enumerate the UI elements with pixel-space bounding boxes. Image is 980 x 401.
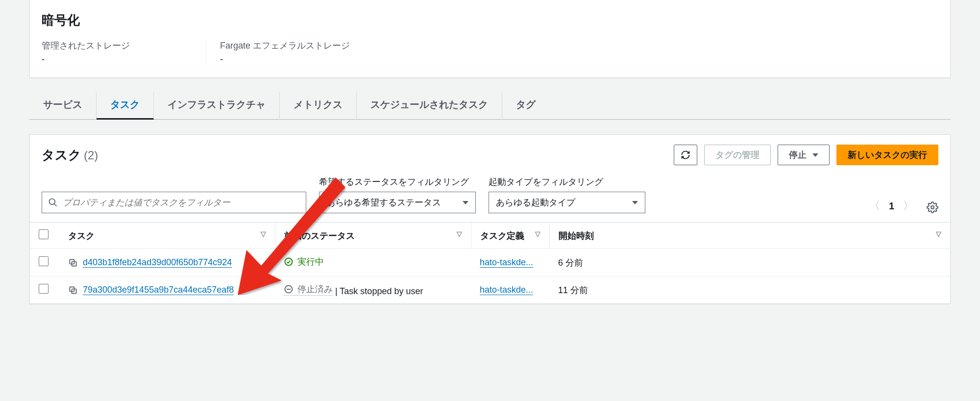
launch-type-value: あらゆる起動タイプ [496,197,575,208]
managed-storage-label: 管理されたストレージ [42,40,176,51]
chevron-down-icon [812,153,818,157]
tab-tasks[interactable]: タスク [97,92,154,120]
task-definition-link[interactable]: hato-taskde... [480,257,533,268]
svg-point-2 [931,206,934,209]
settings-icon[interactable] [927,201,938,213]
encryption-panel: 暗号化 管理されたストレージ - Fargate エフェメラルストレージ - [29,0,951,78]
search-input[interactable] [63,198,300,208]
refresh-button[interactable] [674,145,697,165]
tasks-table: タスク ▽ 前回のステータス ▽ タスク定義 ▽ 開始時刻 ▽ [30,222,950,303]
task-link[interactable]: d403b1f8feb24ad39d00f650b774c924 [83,257,232,268]
row-checkbox[interactable] [39,284,49,294]
desired-status-select[interactable]: あらゆる希望するステータス [319,192,476,213]
chevron-down-icon [463,201,468,204]
tasks-title: タスク [42,148,81,162]
tasks-count: (2) [84,149,98,162]
encryption-title: 暗号化 [42,9,938,29]
fargate-storage-label: Fargate エフェメラルストレージ [220,40,350,51]
launch-type-select[interactable]: あらゆる起動タイプ [489,192,645,213]
tab-scheduled-tasks[interactable]: スケジュールされたタスク [357,92,502,120]
run-new-task-button[interactable]: 新しいタスクの実行 [836,145,938,165]
row-checkbox[interactable] [39,256,49,266]
copy-icon[interactable] [68,285,78,295]
task-link[interactable]: 79a300d3e9f1455a9b7ca44eca57eaf8 [83,285,234,295]
col-last-status[interactable]: 前回のステータス ▽ [275,223,471,249]
pagination: 〈 1 〉 [869,199,914,213]
col-started[interactable]: 開始時刻 ▽ [549,223,950,249]
svg-point-0 [49,199,55,205]
sort-icon: ▽ [261,230,266,238]
tabs-bar: サービス タスク インフラストラクチャ メトリクス スケジュールされたタスク タ… [29,92,951,120]
launch-type-label: 起動タイプをフィルタリング [489,176,645,188]
sort-icon: ▽ [936,230,941,238]
status-badge: 実行中 [284,256,324,268]
tasks-panel: タスク (2) タグの管理 停止 新しいタスクの実行 [29,134,951,304]
task-definition-link[interactable]: hato-taskde... [480,285,533,295]
desired-status-value: あらゆる希望するステータス [326,197,441,208]
tab-infrastructure[interactable]: インフラストラクチャ [154,92,280,120]
filters-row: 希望するステータスをフィルタリング あらゆる希望するステータス 起動タイプをフィ… [30,170,950,222]
started-value: 6 分前 [549,249,950,276]
col-task-definition[interactable]: タスク定義 ▽ [471,223,549,249]
sort-icon: ▽ [457,230,462,238]
tab-metrics[interactable]: メトリクス [280,92,357,120]
fargate-storage-field: Fargate エフェメラルストレージ - [220,40,379,65]
refresh-icon [681,150,690,160]
sort-icon: ▽ [535,230,540,238]
search-input-wrap[interactable] [42,192,306,213]
tasks-header: タスク (2) タグの管理 停止 新しいタスクの実行 [30,135,950,170]
stop-button-label: 停止 [789,149,807,161]
next-page-button[interactable]: 〉 [903,199,914,213]
prev-page-button[interactable]: 〈 [869,199,880,213]
desired-status-label: 希望するステータスをフィルタリング [319,176,476,188]
select-all-checkbox[interactable] [39,229,49,239]
tab-tags[interactable]: タグ [502,92,549,120]
fargate-storage-value: - [220,54,350,65]
svg-line-1 [54,204,57,206]
col-task[interactable]: タスク ▽ [59,223,275,249]
managed-storage-field: 管理されたストレージ - [42,40,206,65]
tab-services[interactable]: サービス [29,92,97,120]
search-icon [48,198,58,207]
managed-storage-value: - [42,54,176,65]
table-row: d403b1f8feb24ad39d00f650b774c924実行中hato-… [30,249,950,276]
manage-tags-button[interactable]: タグの管理 [704,145,771,165]
status-badge: 停止済み | Task stopped by user [284,286,423,296]
copy-icon[interactable] [68,258,78,268]
table-row: 79a300d3e9f1455a9b7ca44eca57eaf8停止済み | T… [30,276,950,304]
started-value: 11 分前 [549,276,950,304]
stop-button[interactable]: 停止 [778,145,830,165]
page-number: 1 [889,200,894,212]
chevron-down-icon [632,201,638,204]
